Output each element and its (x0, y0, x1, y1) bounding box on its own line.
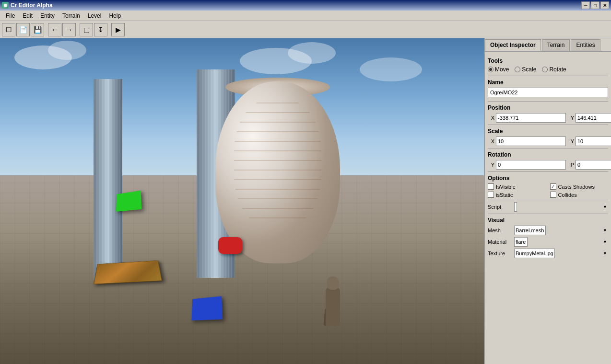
divider-2 (488, 101, 608, 102)
divider-5 (488, 171, 608, 172)
is-static-label[interactable]: isStatic (488, 192, 546, 198)
menu-terrain[interactable]: Terrain (59, 11, 84, 20)
casts-shadows-text: Casts Shadows (558, 184, 595, 190)
is-visible-label[interactable]: IsVisible (488, 183, 546, 190)
material-select[interactable]: flare (514, 237, 528, 247)
blue-box[interactable] (191, 296, 223, 320)
collides-label[interactable]: Collides (550, 192, 609, 198)
rotate-radio[interactable]: Rotate (542, 66, 566, 73)
rot-p-input[interactable] (576, 160, 611, 170)
viewport[interactable] (0, 38, 484, 364)
menu-entity[interactable]: Entity (36, 11, 59, 20)
tab-object-inspector[interactable]: Object Inspector (485, 39, 541, 51)
mesh-label: Mesh (488, 228, 514, 233)
rot-y-label: Y (488, 162, 494, 168)
menu-file[interactable]: File (2, 11, 19, 20)
material-label: Material (488, 239, 514, 245)
titlebar-left: ▣ Cr Editor Alpha (2, 2, 53, 9)
toolbar-open[interactable]: 📄 (16, 23, 30, 36)
pos-y-label: Y (567, 115, 574, 121)
script-select[interactable] (514, 202, 517, 212)
name-input[interactable] (488, 88, 608, 97)
divider-6 (488, 200, 608, 200)
cloud-5 (360, 57, 422, 81)
script-dropdown-wrapper: ▼ (514, 202, 608, 212)
toolbar-select[interactable]: ▢ (80, 23, 93, 36)
texture-dropdown-wrapper: BumpyMetal.jpg ▼ (514, 249, 608, 258)
red-hex[interactable] (218, 237, 242, 254)
menu-level[interactable]: Level (84, 11, 106, 20)
green-box[interactable] (116, 191, 142, 212)
barrel-body (215, 81, 340, 263)
options-section-header: Options (488, 175, 608, 182)
maximize-button[interactable]: □ (591, 1, 599, 9)
toolbar-new[interactable]: ☐ (2, 23, 15, 36)
toolbar-save[interactable]: 💾 (31, 23, 44, 36)
material-dropdown-wrapper: flare ▼ (514, 237, 608, 247)
casts-shadows-label[interactable]: Casts Shadows (550, 183, 609, 190)
move-label: Move (495, 66, 509, 73)
visual-section-header: Visual (488, 217, 608, 224)
divider-7 (488, 214, 608, 214)
menu-help[interactable]: Help (105, 11, 125, 20)
character[interactable] (318, 259, 347, 326)
collides-checkbox[interactable] (550, 192, 556, 198)
main-layout: Object Inspector Terrain Entities Tools … (0, 38, 611, 364)
window-title: Cr Editor Alpha (11, 2, 53, 9)
texture-label: Texture (488, 250, 514, 256)
toolbar-redo[interactable]: → (62, 23, 76, 36)
toolbar-undo[interactable]: ← (48, 23, 61, 36)
toolbar-play[interactable]: ▶ (111, 23, 125, 36)
rotation-row: Y P R (488, 160, 608, 170)
wooden-plank[interactable] (94, 261, 162, 284)
mesh-select[interactable]: Barrel.mesh (514, 226, 546, 235)
is-visible-checkbox[interactable] (488, 183, 494, 190)
pos-y-input[interactable] (576, 113, 611, 123)
big-barrel[interactable] (215, 81, 340, 263)
texture-dropdown-arrow: ▼ (603, 251, 607, 256)
tools-row: Move Scale Rotate (488, 66, 608, 73)
pos-x-label: X (488, 115, 494, 121)
scale-y-label: Y (567, 138, 574, 144)
tab-terrain[interactable]: Terrain (542, 39, 570, 51)
menu-edit[interactable]: Edit (19, 11, 36, 20)
is-static-text: isStatic (496, 192, 513, 198)
divider-1 (488, 76, 608, 76)
rot-p-label: P (567, 162, 574, 168)
scale-label: Scale (522, 66, 536, 73)
tab-entities[interactable]: Entities (571, 39, 600, 51)
rotate-radio-circle (542, 67, 548, 72)
app-icon: ▣ (2, 2, 9, 9)
position-section-header: Position (488, 104, 608, 111)
inspector-content: Tools Move Scale Rotate Name (485, 52, 611, 364)
rotation-section-header: Rotation (488, 151, 608, 158)
casts-shadows-checkbox[interactable] (550, 183, 556, 190)
position-row: X Y Z (488, 113, 608, 123)
name-section-header: Name (488, 79, 608, 86)
move-radio[interactable]: Move (488, 66, 509, 73)
rot-y-input[interactable] (496, 160, 566, 170)
char-body (326, 287, 340, 326)
scale-radio[interactable]: Scale (515, 66, 536, 73)
is-static-checkbox[interactable] (488, 192, 494, 198)
scale-x-input[interactable] (496, 136, 566, 146)
close-button[interactable]: ✕ (600, 1, 609, 9)
collides-text: Collides (558, 192, 577, 198)
cloud-4 (288, 42, 336, 64)
scale-y-input[interactable] (576, 136, 611, 146)
scale-row: X Y Z (488, 136, 608, 146)
right-panel: Object Inspector Terrain Entities Tools … (484, 38, 611, 364)
scale-section-header: Scale (488, 128, 608, 135)
pos-x-input[interactable] (496, 113, 566, 123)
divider-3 (488, 125, 608, 125)
mesh-row: Mesh Barrel.mesh ▼ (488, 226, 608, 235)
minimize-button[interactable]: ─ (581, 1, 590, 9)
texture-select[interactable]: BumpyMetal.jpg (514, 249, 555, 258)
menubar: File Edit Entity Terrain Level Help (0, 11, 611, 21)
toolbar-move[interactable]: ↧ (94, 23, 107, 36)
titlebar-controls[interactable]: ─ □ ✕ (581, 1, 609, 9)
pillar-left (94, 79, 122, 280)
is-visible-text: IsVisible (496, 184, 516, 190)
options-checkboxes: IsVisible Casts Shadows isStatic Collide… (488, 183, 608, 198)
mesh-dropdown-arrow: ▼ (603, 228, 607, 233)
